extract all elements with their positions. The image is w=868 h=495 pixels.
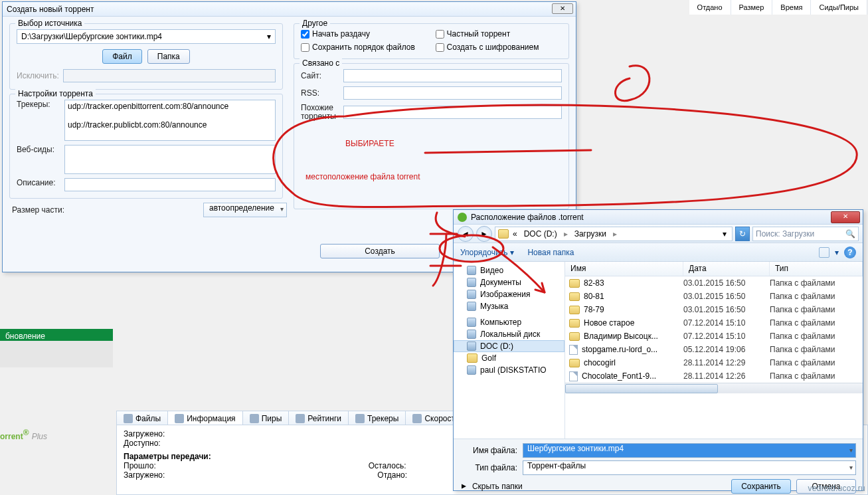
filelist-column[interactable]: Имя xyxy=(565,262,683,276)
tree-node[interactable]: paul (DISKSTATIO xyxy=(454,364,564,376)
private-torrent-checkbox[interactable]: Частный торрент xyxy=(436,29,563,39)
other-fieldset: Другое Начать раздачу Частный торрент Со… xyxy=(294,23,569,59)
source-legend: Выбор источника xyxy=(15,19,84,28)
preserve-order-checkbox[interactable]: Сохранить порядок файлов xyxy=(301,43,428,52)
chevron-down-icon[interactable]: ▾ xyxy=(720,229,729,239)
file-row[interactable]: Владимир Высоцк...07.12.2014 15:10Папка … xyxy=(565,330,863,343)
tree-node[interactable]: Golf xyxy=(454,352,564,364)
create-button[interactable]: Создать xyxy=(320,244,440,258)
new-folder-button[interactable]: Новая папка xyxy=(527,248,574,257)
save-button[interactable]: Сохранить xyxy=(731,479,791,494)
file-row[interactable]: Новое старое07.12.2014 15:10Папка с файл… xyxy=(565,316,863,330)
watermark: vedroid.ucoz.ru xyxy=(808,484,865,493)
filename-label: Имя файла: xyxy=(460,446,523,455)
horizontal-scrollbar[interactable] xyxy=(565,383,863,393)
folder-icon xyxy=(569,332,580,341)
tab-рейтинги[interactable]: Рейтинги xyxy=(289,411,349,426)
column-header[interactable]: Размер xyxy=(731,0,773,15)
view-mode-button[interactable] xyxy=(819,247,829,258)
search-placeholder: Поиск: Загрузки xyxy=(756,229,814,239)
tree-node[interactable]: DOC (D:) xyxy=(454,340,564,352)
tab-icon xyxy=(250,414,259,423)
filelist-column[interactable]: Тип xyxy=(770,262,863,276)
related-legend: Связано с xyxy=(300,58,342,68)
file-row[interactable]: stopgame.ru-lord_o...05.12.2014 19:06Пап… xyxy=(565,343,863,356)
site-label: Сайт: xyxy=(301,71,343,80)
tree-node[interactable]: Локальный диск xyxy=(454,328,564,340)
file-row[interactable]: 82-8303.01.2015 16:50Папка с файлами xyxy=(565,276,863,290)
file-button[interactable]: Файл xyxy=(102,49,142,64)
filename-input[interactable]: Шербургские зонтики.mp4 xyxy=(523,443,856,458)
torrent-settings-fieldset: Настройки торрента Трекеры: Веб-сиды: Оп… xyxy=(9,94,283,199)
file-row[interactable]: Chocolate_Font1-9...28.11.2014 12:26Папк… xyxy=(565,369,863,383)
close-icon[interactable]: ✕ xyxy=(831,211,860,223)
description-label: Описание: xyxy=(17,178,64,187)
source-path-dropdown[interactable]: D:\Загрузки\Шербургские зонтики.mp4 ▾ xyxy=(17,29,276,44)
site-input[interactable] xyxy=(343,69,562,82)
forward-button[interactable]: ► xyxy=(476,226,492,242)
rss-input[interactable] xyxy=(343,86,562,100)
search-icon: 🔍 xyxy=(845,229,855,239)
search-input[interactable]: Поиск: Загрузки 🔍 xyxy=(752,227,859,241)
piece-size-combo[interactable]: автоопределение xyxy=(203,203,287,217)
folder-button[interactable]: Папка xyxy=(147,49,190,64)
related-fieldset: Связано с Сайт: RSS: Похожие торренты xyxy=(294,63,569,209)
hide-folders-toggle[interactable]: ▲Скрыть папки xyxy=(460,482,523,491)
column-header[interactable]: Отдано xyxy=(689,0,731,15)
help-icon[interactable]: ? xyxy=(844,247,856,258)
info-remain: Осталось: xyxy=(369,461,406,470)
node-icon xyxy=(467,302,476,311)
file-row[interactable]: chocogirl28.11.2014 12:29Папка с файлами xyxy=(565,356,863,369)
update-panel xyxy=(0,341,113,367)
description-input[interactable] xyxy=(64,178,276,191)
tree-node[interactable]: Видео xyxy=(454,264,564,276)
file-list[interactable]: ИмяДатаТип 82-8303.01.2015 16:50Папка с … xyxy=(565,262,863,439)
filetype-combo[interactable]: Торрент-файлы xyxy=(523,460,856,475)
tree-node[interactable]: Документы xyxy=(454,276,564,288)
torrent-settings-legend: Настройки торрента xyxy=(15,89,96,98)
tab-файлы[interactable]: Файлы xyxy=(117,411,168,426)
webseeds-input[interactable] xyxy=(64,145,276,174)
node-icon xyxy=(467,330,476,339)
tab-информация[interactable]: Информация xyxy=(168,411,242,426)
column-header[interactable]: Время xyxy=(772,0,811,15)
tree-node[interactable]: Музыка xyxy=(454,300,564,312)
utorrent-icon xyxy=(458,213,467,222)
folder-icon xyxy=(569,319,580,328)
start-seeding-checkbox[interactable]: Начать раздачу xyxy=(301,29,428,39)
refresh-button[interactable]: ↻ xyxy=(735,227,750,241)
other-legend: Другое xyxy=(300,19,330,28)
tree-node[interactable]: Изображения xyxy=(454,288,564,300)
organize-menu[interactable]: Упорядочить ▾ xyxy=(460,248,514,257)
info-dl: Загружено: xyxy=(124,470,165,480)
trackers-input[interactable] xyxy=(64,100,276,141)
filetype-label: Тип файла: xyxy=(460,463,523,472)
tab-icon xyxy=(355,414,365,423)
filelist-column[interactable]: Дата xyxy=(683,262,770,276)
file-icon xyxy=(569,345,578,355)
file-list-header[interactable]: ИмяДатаТип xyxy=(565,262,863,276)
file-icon xyxy=(569,371,578,381)
chevron-down-icon: ▾ xyxy=(267,32,271,41)
file-row[interactable]: 78-7903.01.2015 16:50Папка с файлами xyxy=(565,303,863,316)
similar-label: Похожие торренты xyxy=(301,104,343,121)
close-icon[interactable]: ✕ xyxy=(552,3,573,14)
tab-трекеры[interactable]: Трекеры xyxy=(349,411,406,426)
tab-icon xyxy=(296,414,305,423)
similar-input[interactable] xyxy=(343,106,562,119)
node-icon xyxy=(467,342,476,351)
folder-icon xyxy=(498,229,509,239)
rss-label: RSS: xyxy=(301,88,343,98)
file-row[interactable]: 80-8103.01.2015 16:50Папка с файлами xyxy=(565,290,863,303)
tab-icon xyxy=(124,414,133,423)
node-icon xyxy=(467,353,477,363)
tree-node[interactable]: Компьютер xyxy=(454,316,564,328)
folder-tree[interactable]: ВидеоДокументыИзображенияМузыкаКомпьютер… xyxy=(454,262,565,439)
source-path-text: D:\Загрузки\Шербургские зонтики.mp4 xyxy=(21,32,162,41)
encrypted-checkbox[interactable]: Создать с шифрованием xyxy=(436,43,563,52)
piece-size-label: Размер части: xyxy=(12,205,64,215)
tab-пиры[interactable]: Пиры xyxy=(243,411,290,426)
column-header[interactable]: Сиды/Пиры xyxy=(811,0,867,15)
breadcrumb[interactable]: « DOC (D:)▸ Загрузки▸ ▾ xyxy=(495,227,733,241)
back-button[interactable]: ◄ xyxy=(458,226,474,242)
